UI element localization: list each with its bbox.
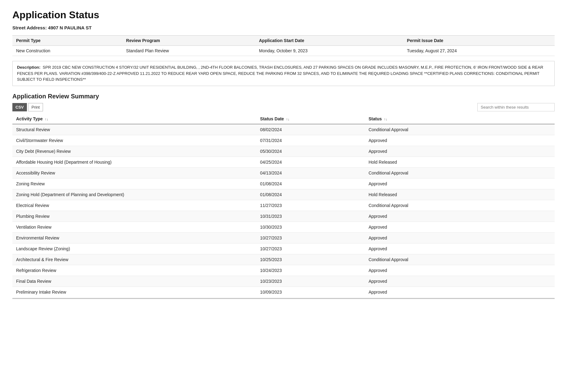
page-title: Application Status (12, 9, 555, 21)
permit-type-header: Permit Type (12, 36, 122, 46)
street-address-label: Street Address: (12, 25, 47, 30)
description-text: SPR 2019 CBC NEW CONSTRUCTION 4 STORY/32… (17, 65, 543, 82)
date-cell: 04/25/2024 (256, 157, 365, 167)
review-summary-title: Application Review Summary (12, 93, 555, 100)
review-table-row: Accessibility Review04/13/2024Conditiona… (12, 167, 555, 178)
print-button[interactable]: Print (28, 103, 43, 111)
activity-cell: Zoning Review (12, 178, 256, 189)
date-sort-icon[interactable]: ↑↓ (286, 117, 290, 121)
status-cell: Approved (365, 286, 555, 297)
activity-cell: Accessibility Review (12, 167, 256, 178)
date-cell: 11/27/2023 (256, 200, 365, 211)
review-table-row: Zoning Review01/08/2024Approved (12, 178, 555, 189)
date-cell: 10/27/2023 (256, 243, 365, 254)
start-date-value: Monday, October 9, 2023 (255, 46, 403, 56)
description-label: Description: (17, 65, 41, 70)
status-header: Status ↑↓ (365, 114, 555, 124)
date-cell: 04/13/2024 (256, 167, 365, 178)
permit-table: Permit Type Review Program Application S… (12, 35, 555, 56)
review-table-row: Architectural & Fire Review10/25/2023Con… (12, 254, 555, 265)
date-cell: 10/09/2023 (256, 286, 365, 297)
date-cell: 10/31/2023 (256, 211, 365, 222)
csv-button[interactable]: CSV (12, 103, 27, 111)
review-table-row: Civil/Stormwater Review07/31/2024Approve… (12, 135, 555, 146)
status-cell: Approved (365, 146, 555, 157)
date-cell: 10/30/2023 (256, 222, 365, 232)
permit-row: New Construction Standard Plan Review Mo… (12, 46, 555, 56)
review-table-row: Electrical Review11/27/2023Conditional A… (12, 200, 555, 211)
activity-cell: Affordable Housing Hold (Department of H… (12, 157, 256, 167)
street-address-value: 4907 N PAULINA ST (48, 25, 92, 30)
status-cell: Conditional Approval (365, 254, 555, 265)
review-program-header: Review Program (122, 36, 256, 46)
activity-cell: Environmental Review (12, 232, 256, 243)
activity-cell: Final Data Review (12, 276, 256, 286)
date-cell: 01/08/2024 (256, 189, 365, 200)
issue-date-header: Permit Issue Date (403, 36, 555, 46)
activity-cell: Architectural & Fire Review (12, 254, 256, 265)
review-table-row: Refrigeration Review10/24/2023Approved (12, 265, 555, 276)
date-cell: 10/27/2023 (256, 232, 365, 243)
activity-cell: City Debt (Revenue) Review (12, 146, 256, 157)
activity-cell: Ventilation Review (12, 222, 256, 232)
status-cell: Approved (365, 222, 555, 232)
issue-date-value: Tuesday, August 27, 2024 (403, 46, 555, 56)
status-cell: Conditional Approval (365, 124, 555, 135)
date-cell: 10/25/2023 (256, 254, 365, 265)
status-cell: Approved (365, 135, 555, 146)
activity-sort-icon[interactable]: ↑↓ (45, 117, 48, 121)
review-table-row: Final Data Review10/23/2023Approved (12, 276, 555, 286)
review-table-row: Landscape Review (Zoning)10/27/2023Appro… (12, 243, 555, 254)
status-cell: Approved (365, 211, 555, 222)
activity-cell: Preliminary Intake Review (12, 286, 256, 297)
review-table-row: Preliminary Intake Review10/09/2023Appro… (12, 286, 555, 297)
start-date-header: Application Start Date (255, 36, 403, 46)
date-cell: 10/23/2023 (256, 276, 365, 286)
description-box: Description: SPR 2019 CBC NEW CONSTRUCTI… (12, 61, 555, 86)
street-address: Street Address: 4907 N PAULINA ST (12, 25, 555, 30)
status-cell: Approved (365, 276, 555, 286)
review-table-row: Structural Review08/02/2024Conditional A… (12, 124, 555, 135)
date-cell: 08/02/2024 (256, 124, 365, 135)
activity-cell: Landscape Review (Zoning) (12, 243, 256, 254)
review-table-header-row: Activity Type ↑↓ Status Date ↑↓ Status ↑… (12, 114, 555, 124)
date-cell: 10/24/2023 (256, 265, 365, 276)
activity-cell: Zoning Hold (Department of Planning and … (12, 189, 256, 200)
review-table-row: City Debt (Revenue) Review05/30/2024Appr… (12, 146, 555, 157)
review-table: Activity Type ↑↓ Status Date ↑↓ Status ↑… (12, 114, 555, 298)
toolbar-left: CSV Print (12, 103, 43, 111)
status-cell: Approved (365, 178, 555, 189)
review-table-row: Ventilation Review10/30/2023Approved (12, 222, 555, 232)
status-cell: Conditional Approval (365, 167, 555, 178)
status-sort-icon[interactable]: ↑↓ (384, 117, 387, 121)
permit-type-value: New Construction (12, 46, 122, 56)
table-bottom-border (12, 298, 555, 299)
search-input[interactable] (477, 103, 555, 111)
toolbar: CSV Print (12, 103, 555, 111)
activity-cell: Refrigeration Review (12, 265, 256, 276)
status-date-header: Status Date ↑↓ (256, 114, 365, 124)
date-cell: 05/30/2024 (256, 146, 365, 157)
activity-cell: Plumbing Review (12, 211, 256, 222)
status-cell: Conditional Approval (365, 200, 555, 211)
review-table-row: Zoning Hold (Department of Planning and … (12, 189, 555, 200)
status-cell: Approved (365, 265, 555, 276)
date-cell: 07/31/2024 (256, 135, 365, 146)
review-table-row: Plumbing Review10/31/2023Approved (12, 211, 555, 222)
activity-cell: Structural Review (12, 124, 256, 135)
date-cell: 01/08/2024 (256, 178, 365, 189)
status-cell: Approved (365, 243, 555, 254)
activity-cell: Civil/Stormwater Review (12, 135, 256, 146)
review-table-row: Affordable Housing Hold (Department of H… (12, 157, 555, 167)
activity-cell: Electrical Review (12, 200, 256, 211)
review-program-value: Standard Plan Review (122, 46, 256, 56)
review-table-row: Environmental Review10/27/2023Approved (12, 232, 555, 243)
status-cell: Hold Released (365, 157, 555, 167)
status-cell: Approved (365, 232, 555, 243)
activity-type-header: Activity Type ↑↓ (12, 114, 256, 124)
status-cell: Hold Released (365, 189, 555, 200)
